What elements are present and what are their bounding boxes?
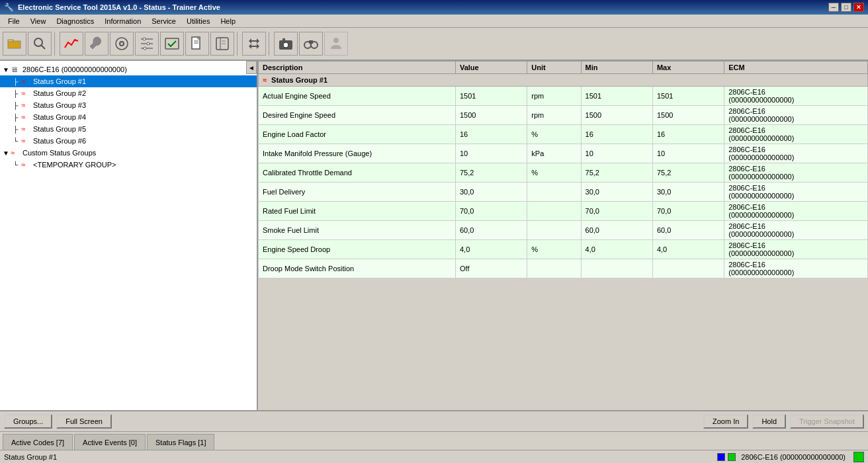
trigger-snapshot-button[interactable]: Trigger Snapshot: [790, 414, 864, 429]
arrows-toolbar-button[interactable]: [242, 32, 266, 56]
groups-button[interactable]: Groups...: [4, 414, 52, 429]
menu-item-file[interactable]: File: [3, 16, 25, 26]
table-cell: 1500: [455, 106, 527, 125]
table-cell: 2806C-E16 (000000000000000): [724, 163, 868, 183]
svg-rect-1: [8, 41, 21, 48]
menu-item-utilities[interactable]: Utilities: [181, 16, 215, 26]
titlebar-controls: ─ □ ✕: [828, 3, 864, 12]
svg-rect-20: [222, 43, 226, 44]
menu-item-view[interactable]: View: [25, 16, 52, 26]
fullscreen-button[interactable]: Full Screen: [56, 414, 112, 429]
table-cell: 75,2: [652, 163, 724, 183]
menu-item-information[interactable]: Information: [99, 16, 146, 26]
open-toolbar-button[interactable]: [3, 32, 26, 56]
zoom-in-button[interactable]: Zoom In: [703, 414, 748, 429]
table-cell: [652, 259, 724, 278]
table-cell: 1501: [581, 87, 652, 106]
tab-active-events-label: Active Events [0]: [83, 439, 137, 446]
table-cell: 4,0: [455, 240, 527, 259]
camera-toolbar-button[interactable]: [274, 32, 298, 56]
menu-item-help[interactable]: Help: [215, 16, 241, 26]
statusbar: Status Group #1 2806C-E16 (0000000000000…: [0, 450, 868, 463]
table-row: Fuel Delivery30,030,030,02806C-E16 (0000…: [259, 183, 868, 202]
table-cell: %: [527, 163, 581, 183]
tree-item-sg2[interactable]: ├ ≈ Status Group #2: [0, 87, 257, 99]
table-cell: Desired Engine Speed: [259, 106, 456, 125]
hold-button[interactable]: Hold: [752, 414, 786, 429]
main-container: ◄ ▼ 🖥 2806C-E16 (000000000000000) ├ ≈ St…: [0, 61, 868, 410]
tab-status-flags[interactable]: Status Flags [1]: [147, 434, 214, 450]
connector-sg3: ├: [13, 102, 21, 109]
svg-rect-23: [282, 38, 285, 40]
status-indicator-large: [853, 452, 864, 462]
minimize-button[interactable]: ─: [828, 3, 839, 12]
svg-point-12: [144, 47, 146, 50]
svg-point-11: [147, 42, 150, 45]
status-dot-blue: [717, 453, 725, 461]
tree-label-sg3: Status Group #3: [33, 101, 86, 109]
table-cell: rpm: [527, 87, 581, 106]
tree-item-sg3[interactable]: ├ ≈ Status Group #3: [0, 99, 257, 111]
table-row: Engine Load Factor16%16162806C-E16 (0000…: [259, 125, 868, 144]
tree-item-sg4[interactable]: ├ ≈ Status Group #4: [0, 111, 257, 123]
col-header-min: Min: [581, 62, 652, 74]
tree: ▼ 🖥 2806C-E16 (000000000000000) ├ ≈ Stat…: [0, 61, 257, 173]
close-button[interactable]: ✕: [853, 3, 864, 12]
temp-icon: ≈: [21, 161, 33, 169]
group-header-label: Status Group #1: [271, 76, 327, 84]
custom-icon: ≈: [11, 149, 22, 157]
wrench-toolbar-button[interactable]: [85, 32, 108, 56]
tree-item-root[interactable]: ▼ 🖥 2806C-E16 (000000000000000): [0, 63, 257, 75]
table-row: Actual Engine Speed1501rpm150115012806C-…: [259, 87, 868, 106]
expand-icon-root: ▼: [3, 66, 11, 73]
grid-body: ≈ Status Group #1 Actual Engine Speed150…: [259, 74, 868, 278]
table-cell: 30,0: [581, 183, 652, 202]
person-toolbar-button[interactable]: [324, 32, 348, 56]
svg-point-5: [120, 42, 124, 46]
table-cell: 30,0: [652, 183, 724, 202]
svg-point-10: [143, 38, 146, 40]
bottom-toolbar: Groups... Full Screen Zoom In Hold Trigg…: [0, 410, 868, 431]
table-cell: 2806C-E16 (000000000000000): [724, 144, 868, 163]
menu-item-service[interactable]: Service: [146, 16, 181, 26]
table-cell: 10: [581, 144, 652, 163]
check-toolbar-button[interactable]: [160, 32, 184, 56]
maximize-button[interactable]: □: [841, 3, 851, 12]
book-toolbar-button[interactable]: [210, 32, 234, 56]
tree-item-tg[interactable]: └ ≈ <TEMPORARY GROUP>: [0, 159, 257, 171]
table-cell: 16: [652, 125, 724, 144]
right-panel: Description Value Unit Min Max ECM ≈ Sta…: [258, 61, 868, 410]
graph-toolbar-button[interactable]: [60, 32, 83, 56]
tab-active-codes[interactable]: Active Codes [7]: [3, 434, 73, 450]
table-cell: 2806C-E16 (000000000000000): [724, 106, 868, 125]
tree-label-csg: Custom Status Groups: [22, 149, 96, 157]
tools-toolbar-button[interactable]: [110, 32, 134, 56]
connector-sg5: ├: [13, 126, 21, 133]
binoculars-toolbar-button[interactable]: [299, 32, 323, 56]
tree-item-sg6[interactable]: └ ≈ Status Group #6: [0, 135, 257, 147]
tree-item-sg1[interactable]: ├ ≈ Status Group #1: [0, 75, 257, 87]
table-cell: Droop Mode Switch Position: [259, 259, 456, 278]
tree-item-csg[interactable]: ▼ ≈ Custom Status Groups: [0, 147, 257, 159]
tree-label-tg: <TEMPORARY GROUP>: [33, 161, 116, 169]
status-text: Status Group #1: [4, 453, 57, 461]
settings2-toolbar-button[interactable]: [135, 32, 159, 56]
connector-sg2: ├: [13, 90, 21, 97]
search-toolbar-button[interactable]: [28, 32, 52, 56]
document-toolbar-button[interactable]: [185, 32, 209, 56]
collapse-button[interactable]: ◄: [246, 61, 257, 74]
table-cell: 4,0: [652, 240, 724, 259]
col-header-ecm: ECM: [724, 62, 868, 74]
tab-active-events[interactable]: Active Events [0]: [74, 434, 146, 450]
device-icon: 🖥: [11, 65, 22, 73]
tree-item-sg5[interactable]: ├ ≈ Status Group #5: [0, 123, 257, 135]
ecm-label: 2806C-E16 (000000000000000): [741, 453, 846, 461]
table-cell: 2806C-E16 (000000000000000): [724, 221, 868, 240]
table-cell: Smoke Fuel Limit: [259, 221, 456, 240]
left-panel: ◄ ▼ 🖥 2806C-E16 (000000000000000) ├ ≈ St…: [0, 61, 258, 410]
svg-rect-9: [141, 48, 153, 49]
menu-item-diagnostics[interactable]: Diagnostics: [51, 16, 99, 26]
tree-label-sg1: Status Group #1: [33, 77, 86, 85]
status-indicators: 2806C-E16 (000000000000000): [717, 452, 864, 462]
toolbar-sep3: [269, 32, 271, 56]
